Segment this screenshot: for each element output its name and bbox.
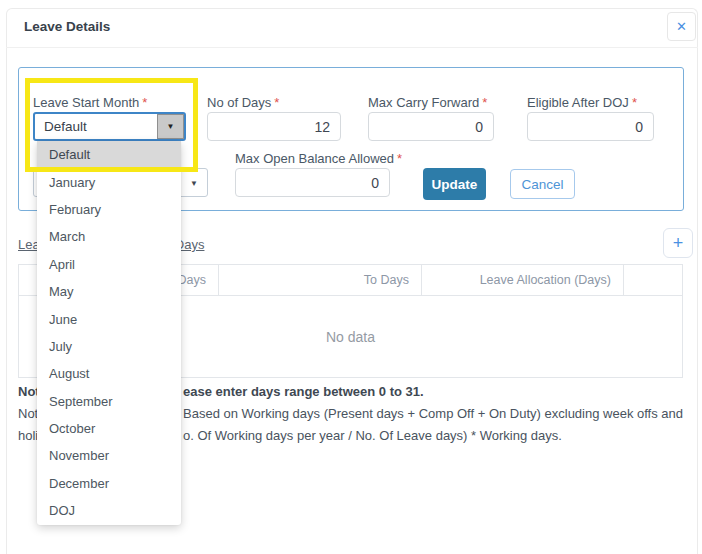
col-to-days: To Days <box>219 265 422 295</box>
dropdown-option-february[interactable]: February <box>37 196 181 223</box>
no-of-days-input[interactable] <box>207 112 341 141</box>
close-button[interactable]: ✕ <box>667 12 696 41</box>
col-actions <box>624 265 682 295</box>
page-title: Leave Details <box>24 19 110 34</box>
max-carry-forward-label: Max Carry Forward* <box>368 95 487 110</box>
no-of-days-label: No of Days* <box>207 95 279 110</box>
dropdown-option-march[interactable]: March <box>37 223 181 250</box>
required-mark: * <box>397 151 402 166</box>
dropdown-option-default[interactable]: Default <box>37 141 181 168</box>
close-icon: ✕ <box>676 19 687 34</box>
dropdown-option-october[interactable]: October <box>37 415 181 442</box>
leave-details-dialog: Leave Details ✕ Leave Start Month* No of… <box>0 0 702 554</box>
dropdown-option-january[interactable]: January <box>37 168 181 195</box>
dropdown-option-september[interactable]: September <box>37 388 181 415</box>
eligible-after-doj-label: Eligible After DOJ* <box>527 95 637 110</box>
dropdown-arrow-icon[interactable]: ▼ <box>157 114 184 139</box>
leave-start-month-label: Leave Start Month* <box>33 95 147 110</box>
selected-month-value: Default <box>35 114 157 139</box>
max-open-balance-label: Max Open Balance Allowed* <box>235 151 402 166</box>
required-mark: * <box>482 95 487 110</box>
required-mark: * <box>274 95 279 110</box>
max-carry-forward-input[interactable] <box>368 112 494 141</box>
dropdown-option-may[interactable]: May <box>37 278 181 305</box>
dropdown-option-july[interactable]: July <box>37 333 181 360</box>
eligible-after-doj-input[interactable] <box>527 112 654 141</box>
required-mark: * <box>632 95 637 110</box>
cancel-button[interactable]: Cancel <box>510 169 575 199</box>
add-row-button[interactable]: + <box>663 228 693 258</box>
dropdown-option-doj[interactable]: DOJ <box>37 497 181 524</box>
col-leave-allocation: Leave Allocation (Days) <box>422 265 624 295</box>
leave-start-month-select[interactable]: Default ▼ <box>33 112 186 141</box>
dropdown-option-august[interactable]: August <box>37 360 181 387</box>
dropdown-option-november[interactable]: November <box>37 442 181 469</box>
dropdown-arrow-icon: ▼ <box>190 179 198 188</box>
dropdown-option-april[interactable]: April <box>37 251 181 278</box>
max-open-balance-input[interactable] <box>235 168 390 197</box>
update-button[interactable]: Update <box>423 168 486 200</box>
plus-icon: + <box>673 233 684 254</box>
month-dropdown-list: Default January February March April May… <box>37 141 181 525</box>
dropdown-option-june[interactable]: June <box>37 305 181 332</box>
dropdown-option-december[interactable]: December <box>37 470 181 497</box>
required-mark: * <box>142 95 147 110</box>
